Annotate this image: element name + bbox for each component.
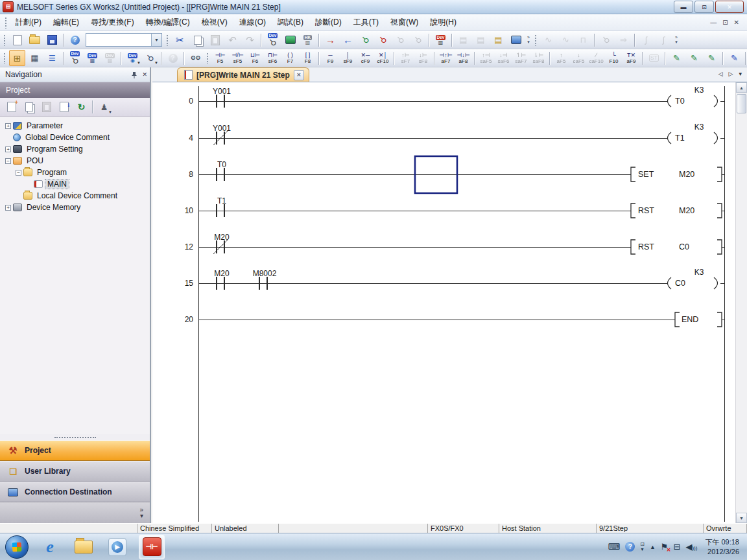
tray-help-icon[interactable]: ? [625,542,635,552]
device-display-mode-button-dropdown-icon[interactable]: ▼ [137,61,141,65]
menu-item-6[interactable]: 調試(B) [272,14,309,30]
tree-item-device-memory[interactable]: +Device Memory [3,202,150,213]
help-button[interactable]: ? [67,32,83,48]
media-player-button[interactable]: ▶ [105,535,130,559]
navigation-overflow-button[interactable]: »▾ [0,502,150,523]
tray-window-icon[interactable]: ⊡▾ [640,542,645,552]
ladder-falling-pulse-branch-button[interactable]: ⊣↓⊢aF8 [455,50,472,66]
ladder-application-instruction-button[interactable]: [ ]F8 [299,50,316,66]
tab-scroll-left-icon[interactable]: ◁ [718,71,723,77]
close-button[interactable]: ✕ [715,1,744,13]
tree-toggle-icon[interactable]: − [16,170,21,176]
rung-12[interactable]: 12M20RSTC0 [185,233,724,254]
nav-new-button[interactable]: + [3,99,19,115]
tree-item-pou[interactable]: −POU [3,155,150,167]
mdi-restore-icon[interactable]: ⊡ [722,19,728,26]
minimize-button[interactable]: ▬ [674,1,693,13]
rung-10[interactable]: 10T1RSTM20 [185,196,724,218]
device-comment-button[interactable]: Dev⚲ [67,50,83,66]
ladder-rising-pulse-branch-button[interactable]: ⊣↑⊢aF7 [437,50,455,66]
gx-works2-taskbar-button[interactable]: ⊣⊢ [139,535,165,559]
keyword-combobox-input[interactable] [86,36,151,44]
toolbar-overflow-icon[interactable]: »▾ [672,32,680,48]
save-project-button[interactable] [44,32,60,48]
monitor-start-button[interactable]: ⚲ [357,32,374,48]
find-replace-button[interactable]: ⊙⊙ [187,50,204,66]
tree-toggle-icon[interactable]: + [5,146,11,152]
menu-item-1[interactable]: 編輯(E) [47,14,85,30]
edit-ladder-button[interactable]: ✎ [669,50,685,66]
start-button[interactable] [5,535,29,559]
restore-button[interactable]: ⊡ [694,1,714,13]
tree-item-program-setting[interactable]: +Program Setting [3,143,150,155]
copy-button[interactable] [189,32,206,48]
monitor-stop-button[interactable]: ⚲ [375,32,391,48]
menu-item-3[interactable]: 轉換/編譯(C) [140,14,196,30]
nav-filter-button[interactable]: ♟▼ [96,99,112,115]
file-explorer-button[interactable] [71,535,96,559]
device-find-button-dropdown-icon[interactable]: ▼ [154,61,158,65]
tab-prg-main[interactable]: [PRG]Write MAIN 21 Step ✕ [177,67,309,82]
device-find-button[interactable]: ⚲▼ [142,50,158,66]
mdi-minimize-icon[interactable]: — [710,19,717,26]
nav-property-button[interactable]: i [56,99,72,115]
clock[interactable]: 下午 09:18 2012/3/26 [702,537,742,557]
function-block-button[interactable]: ▦ [27,50,43,66]
tree-toggle-icon[interactable]: − [5,158,11,164]
menu-item-9[interactable]: 視窗(W) [385,14,424,30]
action-center-icon[interactable]: ⚑✕ [661,542,669,552]
rung-0[interactable]: 0Y001T0K3 [189,86,724,108]
tab-scroll-right-icon[interactable]: ▷ [729,71,733,77]
internet-explorer-button[interactable]: e [38,535,62,559]
keyword-combobox[interactable]: ▼ [86,33,162,47]
show-hidden-icons[interactable]: ▲ [650,544,656,550]
ladder-delete-line-button[interactable]: T✕aF9 [622,50,640,66]
panel-splitter[interactable] [0,434,150,440]
connection-destination-view-button[interactable]: Connection Destination [0,482,150,502]
ladder-open-branch-button[interactable]: ⊔⊢F6 [246,50,264,66]
device-display-button[interactable]: Dev▥ [433,32,449,48]
ladder-delete-vertical-button[interactable]: ✕│cF10 [374,50,392,66]
tree-toggle-icon[interactable]: + [5,123,11,129]
device-display-mode-button[interactable]: Dev◉▼ [124,50,141,66]
write-to-plc-button[interactable]: → [322,32,338,48]
vertical-scrollbar[interactable]: ▲ ▼ [735,82,747,523]
keyword-combobox-dropdown-icon[interactable]: ▼ [151,34,161,46]
menu-item-4[interactable]: 檢視(V) [196,14,233,30]
tab-close-icon[interactable]: ✕ [294,70,304,80]
cut-button[interactable]: ✂ [172,32,188,48]
rung-4[interactable]: 4Y001T1K3 [189,122,724,145]
network-icon[interactable]: ⊟ [674,542,681,552]
nav-refresh-button[interactable]: ↻ [73,99,89,115]
nav-filter-button-dropdown-icon[interactable]: ▼ [108,110,112,114]
tree-item-program[interactable]: −Program [3,167,150,178]
toolbar-overflow-icon[interactable]: »▾ [525,32,532,48]
tab-menu-icon[interactable]: ▾ [739,71,742,77]
volume-icon[interactable]: ◀))) [685,542,697,552]
tree-item-parameter[interactable]: +Parameter [3,120,150,132]
edit-block-button[interactable]: ✎ [704,50,720,66]
nav-copy-button[interactable] [21,99,37,115]
menu-item-10[interactable]: 說明(H) [424,14,462,30]
keyboard-icon[interactable]: ⌨ [608,542,620,552]
device-comment-search-button[interactable]: Dev⚲ [265,32,281,48]
new-project-button[interactable] [9,32,25,48]
output-window-button[interactable]: ☰ [44,50,60,66]
read-from-plc-button[interactable]: ← [340,32,356,48]
ladder-canvas[interactable]: 0Y001T0K34Y001T1K38T0SETM2010T1RSTM2012M… [152,82,747,523]
tree-toggle-icon[interactable]: + [5,205,11,211]
monitor-mode-button[interactable] [508,32,524,48]
open-project-button[interactable] [27,32,43,48]
ladder-closed-branch-button[interactable]: ⊓⊢sF6 [264,50,281,66]
ladder-horizontal-line-button[interactable]: ─F9 [322,50,339,66]
device-batch-button[interactable]: HK▥ [300,32,316,48]
tree-item-main[interactable]: MAIN [3,178,150,190]
project-view-button[interactable]: ⚒Project [0,440,150,461]
tree-item-global-device-comment[interactable]: Global Device Comment [3,132,150,143]
note-edit-button[interactable]: ▤ [490,32,506,48]
edit-coil-button[interactable]: ✎ [686,50,702,66]
pin-icon[interactable] [131,71,137,78]
scrollbar-thumb[interactable] [737,94,746,113]
tree-item-local-device-comment[interactable]: Local Device Comment [3,190,150,202]
navigation-close-icon[interactable]: ✕ [142,71,147,78]
